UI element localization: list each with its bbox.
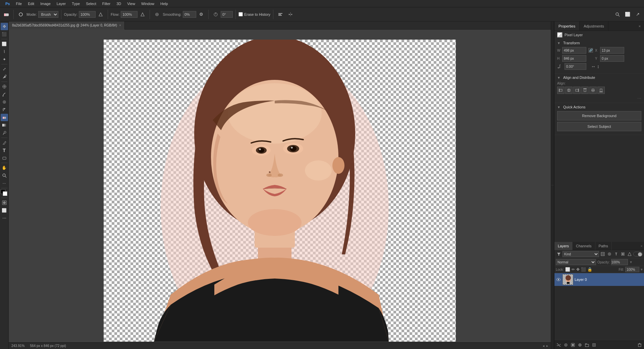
remove-background-btn[interactable]: Remove Background: [557, 111, 641, 120]
w-input[interactable]: [562, 47, 586, 54]
marquee-tool[interactable]: ⬜: [1, 40, 8, 48]
filter-smart-btn[interactable]: [620, 251, 626, 257]
magic-wand-tool[interactable]: ✦: [1, 56, 8, 63]
fill-input[interactable]: [625, 267, 639, 272]
screen-mode-btn[interactable]: ⬜: [1, 207, 8, 214]
erase-history-checkbox[interactable]: [238, 12, 243, 16]
canvas-viewport[interactable]: [9, 30, 551, 342]
smoothing-settings-btn[interactable]: ⚙: [197, 10, 206, 19]
scroll-right-btn[interactable]: ▸: [546, 344, 548, 348]
menu-file[interactable]: File: [13, 1, 24, 6]
align-center-h-btn[interactable]: [565, 87, 573, 94]
panel-close-btn[interactable]: ×: [637, 23, 643, 29]
color-swatches[interactable]: [1, 189, 8, 197]
angle-value-input[interactable]: [565, 63, 586, 70]
new-layer-btn[interactable]: [591, 342, 597, 348]
flow-input[interactable]: [121, 11, 138, 18]
filter-kind-select[interactable]: Kind Name Effect Mode Attribute Color Sm…: [562, 251, 599, 257]
adjustment-layer-btn[interactable]: [577, 342, 583, 348]
filter-text-btn[interactable]: T: [613, 251, 619, 257]
align-right-btn[interactable]: [573, 87, 581, 94]
h-input[interactable]: [562, 55, 586, 62]
flip-v-btn[interactable]: ↕: [597, 64, 599, 69]
move-tool[interactable]: ✥: [1, 23, 8, 30]
history-brush-tool[interactable]: [1, 106, 8, 113]
select-subject-btn[interactable]: Select Subject: [557, 122, 641, 131]
align-more-btn[interactable]: ···: [557, 95, 641, 101]
flip-h-btn[interactable]: ↔: [591, 64, 596, 69]
layer-style-btn[interactable]: [563, 342, 569, 348]
panel-resize-handle[interactable]: ⋮: [551, 21, 554, 349]
flow-pressure-btn[interactable]: [138, 10, 147, 19]
layer-mask-btn[interactable]: [570, 342, 576, 348]
opacity-pressure-btn[interactable]: [96, 10, 105, 19]
transform-toggle[interactable]: ▼: [557, 41, 560, 45]
menu-help[interactable]: Help: [158, 1, 171, 6]
menu-ps[interactable]: Ps: [3, 1, 12, 6]
clone-tool[interactable]: [1, 98, 8, 106]
menu-view[interactable]: View: [124, 1, 138, 6]
lock-all-btn[interactable]: 🔒: [587, 267, 592, 272]
symmetry-btn[interactable]: [286, 10, 295, 19]
filter-toggle[interactable]: [633, 252, 643, 256]
align-toggle[interactable]: ▼: [557, 76, 560, 80]
lock-transparent-btn[interactable]: ⬜: [565, 267, 570, 272]
eyedropper-tool[interactable]: [1, 73, 8, 81]
hand-tool[interactable]: ✋: [1, 164, 8, 171]
menu-select[interactable]: Select: [83, 1, 99, 6]
share-btn[interactable]: ↗: [633, 10, 642, 19]
quick-mask-btn[interactable]: [1, 199, 8, 206]
crop-tool[interactable]: ⤢: [1, 65, 8, 73]
search-btn[interactable]: [613, 10, 622, 19]
x-input[interactable]: [600, 47, 624, 54]
tab-close-btn[interactable]: ×: [119, 23, 121, 27]
brush-size-preview[interactable]: [16, 10, 25, 19]
opacity-input[interactable]: [79, 11, 96, 18]
menu-window[interactable]: Window: [139, 1, 157, 6]
menu-3d[interactable]: 3D: [114, 1, 124, 6]
align-bottom-btn[interactable]: [597, 87, 605, 94]
properties-tab[interactable]: Properties: [554, 21, 580, 31]
channels-tab[interactable]: Channels: [573, 242, 595, 250]
opacity-value-input[interactable]: [611, 259, 628, 265]
align-top-btn[interactable]: [581, 87, 589, 94]
text-tool[interactable]: T: [1, 147, 8, 154]
angle-input[interactable]: [221, 11, 233, 18]
group-layer-btn[interactable]: [584, 342, 590, 348]
tool-preset-btn[interactable]: [2, 10, 11, 19]
opacity-more-btn[interactable]: ▾: [630, 260, 632, 264]
menu-type[interactable]: Type: [69, 1, 83, 6]
menu-layer[interactable]: Layer: [54, 1, 69, 6]
zoom-tool[interactable]: [1, 172, 8, 179]
angle-btn[interactable]: [211, 10, 220, 19]
extra-tools[interactable]: ···: [1, 180, 8, 187]
layer-link-btn[interactable]: [556, 342, 562, 348]
menu-image[interactable]: Image: [38, 1, 53, 6]
y-input[interactable]: [600, 55, 624, 62]
artboard-tool[interactable]: ⬛: [1, 31, 8, 38]
lasso-tool[interactable]: ⌇: [1, 48, 8, 55]
scroll-left-btn[interactable]: ◂: [543, 344, 544, 348]
extra-btn[interactable]: ⋯: [1, 214, 8, 222]
adjustments-tab[interactable]: Adjustments: [580, 21, 608, 31]
workspace-btn[interactable]: ⬜: [623, 10, 632, 19]
menu-edit[interactable]: Edit: [25, 1, 37, 6]
airbrush-btn[interactable]: [153, 10, 161, 19]
layer-0-visibility-btn[interactable]: [556, 277, 561, 282]
brush-tool[interactable]: [1, 91, 8, 98]
gradient-tool[interactable]: [1, 121, 8, 129]
shape-tool[interactable]: [1, 154, 8, 162]
link-wh-btn[interactable]: 🔗: [588, 48, 593, 53]
align-middle-v-btn[interactable]: [589, 87, 597, 94]
erase-history-label[interactable]: Erase to History: [244, 12, 270, 16]
eraser-tool[interactable]: [1, 114, 8, 121]
healing-tool[interactable]: [1, 83, 8, 90]
pen-tool[interactable]: [1, 139, 8, 146]
menu-filter[interactable]: Filter: [100, 1, 113, 6]
canvas-tab[interactable]: 8a2b6385af57bbc85690fed48431d255.jpg @ 2…: [9, 21, 125, 30]
blend-mode-select[interactable]: Normal Dissolve Darken Multiply Color Bu…: [556, 259, 596, 265]
layers-tab[interactable]: Layers: [554, 242, 573, 250]
layer-0-row[interactable]: Layer 0: [554, 273, 644, 286]
lock-image-btn[interactable]: ✏: [572, 267, 575, 272]
align-left-btn[interactable]: [557, 87, 565, 94]
